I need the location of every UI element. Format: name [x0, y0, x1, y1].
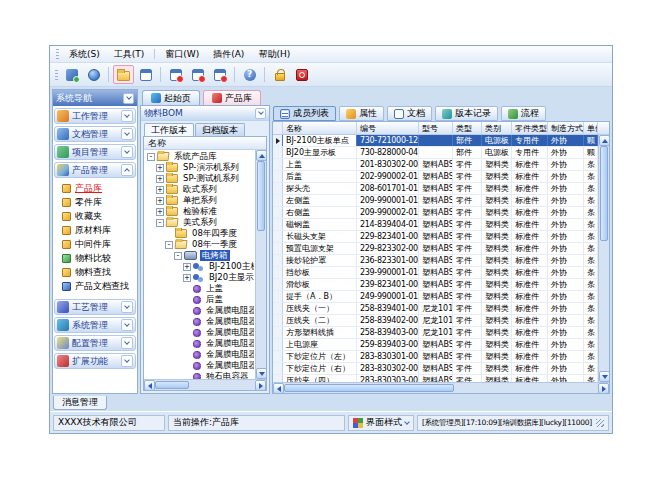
table-cell[interactable]: 零件: [453, 231, 482, 242]
table-cell[interactable]: 条: [584, 339, 598, 350]
table-cell[interactable]: 塑料类: [482, 255, 512, 266]
table-row[interactable]: 挡纱板239-990001-01X塑料ABS零件塑料类标准件外协条: [273, 267, 598, 279]
table-cell[interactable]: 后盖: [283, 171, 357, 182]
table-cell[interactable]: 下纱定位片（右）: [283, 363, 357, 374]
sidebar-item-2[interactable]: 零件库: [53, 195, 137, 209]
table-cell[interactable]: 塑料类: [482, 279, 512, 290]
section-expand-button[interactable]: [121, 355, 133, 367]
table-cell[interactable]: 零件: [453, 207, 482, 218]
table-cell[interactable]: 标准件: [512, 195, 548, 206]
table-cell[interactable]: 条: [584, 183, 598, 194]
table-cell[interactable]: 压线夹（一）: [283, 303, 357, 314]
table-cell[interactable]: 标准件: [512, 183, 548, 194]
scroll-thumb[interactable]: [155, 381, 189, 389]
table-cell[interactable]: BJ20主显示板: [283, 147, 357, 158]
version-tab[interactable]: 工作版本: [144, 123, 194, 136]
tree-expander[interactable]: [183, 296, 191, 304]
tree-expander[interactable]: -: [156, 219, 164, 227]
table-cell[interactable]: 零件: [453, 375, 482, 382]
table-cell[interactable]: 条: [584, 303, 598, 314]
section-expand-button[interactable]: [121, 301, 133, 313]
table-cell[interactable]: 塑料类: [482, 171, 512, 182]
table-row[interactable]: 压线夹（二）258-839402-00X尼龙1010零件塑料类标准件外协条: [273, 315, 598, 327]
table-row[interactable]: 后盖202-990002-01X塑料ABS零件塑料类标准件外协条: [273, 171, 598, 183]
tree-expander[interactable]: +: [183, 263, 191, 271]
tree-expander[interactable]: [165, 230, 173, 238]
table-cell[interactable]: 202-990002-01X: [357, 171, 419, 182]
table-cell[interactable]: 零件: [453, 255, 482, 266]
table-cell[interactable]: 塑料类: [482, 195, 512, 206]
table-cell[interactable]: 208-601701-01X: [357, 183, 419, 194]
menu-item[interactable]: 工具(T): [107, 47, 152, 62]
table-cell[interactable]: 条: [584, 255, 598, 266]
tree-item[interactable]: 08年四季度: [145, 228, 254, 239]
table-cell[interactable]: 外协: [548, 351, 584, 362]
table-cell[interactable]: 209-990001-01X: [357, 195, 419, 206]
table-cell[interactable]: 电源板: [482, 147, 512, 158]
table-cell[interactable]: 236-823301-00X: [357, 255, 419, 266]
table-cell[interactable]: 259-839403-00X: [357, 339, 419, 350]
table-cell[interactable]: 外协: [548, 147, 584, 158]
ui-style-dropdown[interactable]: 界面样式: [348, 415, 414, 431]
table-cell[interactable]: 外协: [548, 195, 584, 206]
tree-expander[interactable]: [183, 285, 191, 293]
table-row[interactable]: BJ20主显示板730-828000-04X部件电源板专用件外协颗: [273, 147, 598, 159]
table-cell[interactable]: 零件: [453, 171, 482, 182]
table-cell[interactable]: 标准件: [512, 243, 548, 254]
table-cell[interactable]: 专用件: [512, 147, 548, 158]
table-cell[interactable]: 塑料ABS: [419, 363, 453, 374]
table-cell[interactable]: 零件: [453, 195, 482, 206]
table-cell[interactable]: 条: [584, 207, 598, 218]
tree-item[interactable]: - 08年一季度: [145, 239, 254, 250]
table-cell[interactable]: 外协: [548, 135, 584, 146]
table-cell[interactable]: 外协: [548, 255, 584, 266]
table-cell[interactable]: 外协: [548, 339, 584, 350]
section-expand-button[interactable]: [121, 319, 133, 331]
table-cell[interactable]: 201-830302-00X: [357, 159, 419, 170]
table-cell[interactable]: 零件: [453, 267, 482, 278]
tree-expander[interactable]: [183, 318, 191, 326]
table-cell[interactable]: 颗: [584, 147, 598, 158]
table-cell[interactable]: 塑料类: [482, 231, 512, 242]
table-cell[interactable]: 零件: [453, 243, 482, 254]
table-cell[interactable]: 283-830302-00X: [357, 363, 419, 374]
tree-item[interactable]: 金属膜电阻器: [145, 327, 254, 338]
table-cell[interactable]: 滑纱板: [283, 279, 357, 290]
table-cell[interactable]: 塑料ABS: [419, 243, 453, 254]
table-cell[interactable]: 214-839404-01X: [357, 219, 419, 230]
tree-item[interactable]: 后盖: [145, 294, 254, 305]
table-cell[interactable]: 258-839401-00X: [357, 303, 419, 314]
table-cell[interactable]: 零件: [453, 339, 482, 350]
table-cell[interactable]: 右侧盖: [283, 207, 357, 218]
tree-item[interactable]: + 欧式系列: [145, 184, 254, 195]
table-cell[interactable]: 条: [584, 231, 598, 242]
tree-expander[interactable]: [183, 351, 191, 359]
table-cell[interactable]: 磁钢盖: [283, 219, 357, 230]
column-header[interactable]: 编号: [357, 122, 419, 134]
table-cell[interactable]: 标准件: [512, 279, 548, 290]
section-expand-button[interactable]: [121, 164, 133, 176]
table-cell[interactable]: 左侧盖: [283, 195, 357, 206]
table-cell[interactable]: 部件: [453, 147, 482, 158]
sidebar-item-5[interactable]: 中间件库: [53, 237, 137, 251]
column-header[interactable]: 零件类型: [512, 122, 548, 134]
toolbar-button-globe-icon[interactable]: [83, 65, 104, 84]
tree-item[interactable]: 金属膜电阻器: [145, 305, 254, 316]
scroll-left-button[interactable]: [144, 380, 155, 391]
table-cell[interactable]: 塑料ABS: [419, 231, 453, 242]
table-cell[interactable]: 下纱定位片（左）: [283, 351, 357, 362]
table-row[interactable]: 上盖201-830302-00X塑料ABS零件塑料类标准件外协条: [273, 159, 598, 171]
table-cell[interactable]: 塑料ABS: [419, 219, 453, 230]
table-cell[interactable]: 条: [584, 291, 598, 302]
sidebar-item-3[interactable]: 收藏夹: [53, 209, 137, 223]
table-cell[interactable]: 塑料ABS: [419, 255, 453, 266]
tree-item[interactable]: + 单把系列: [145, 195, 254, 206]
table-cell[interactable]: 外协: [548, 183, 584, 194]
toolbar-button-window-close-b-icon[interactable]: [187, 65, 208, 84]
toolbar-button-exit-icon[interactable]: [291, 65, 312, 84]
table-cell[interactable]: 条: [584, 267, 598, 278]
table-cell[interactable]: 外协: [548, 207, 584, 218]
table-cell[interactable]: 条: [584, 219, 598, 230]
sidebar-item-7[interactable]: 物料查找: [53, 265, 137, 279]
table-cell[interactable]: 外协: [548, 171, 584, 182]
